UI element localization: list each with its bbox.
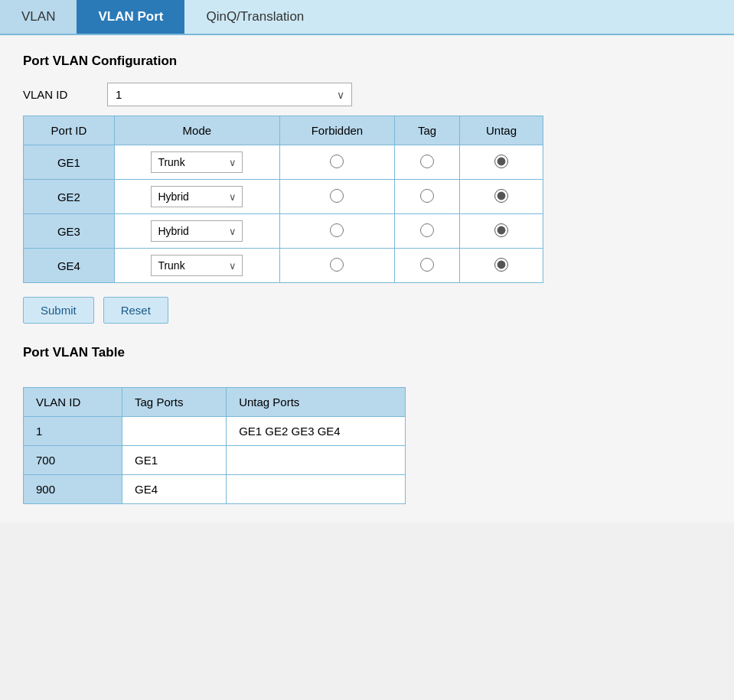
vlan-id-select-wrapper: 1 700 900 [107, 83, 352, 106]
untag-cell-ge4 [460, 249, 543, 283]
vlan-tag-ports: GE4 [122, 475, 227, 504]
radio-forbidden-ge4[interactable] [330, 258, 344, 272]
mode-cell: AccessTrunkHybrid [114, 214, 279, 249]
forbidden-cell-ge4 [279, 249, 394, 283]
vlan-table-row: 700GE1 [24, 446, 406, 475]
radio-untag-ge1[interactable] [494, 155, 508, 168]
tag-cell-ge4 [394, 249, 459, 283]
vlan-id-row: VLAN ID 1 700 900 [23, 83, 711, 106]
tag-cell-ge3 [394, 214, 459, 249]
vlan-table-row: 900GE4 [24, 475, 406, 504]
vlan-id-value: 900 [24, 475, 122, 504]
submit-button[interactable]: Submit [23, 297, 94, 324]
vlan-table-col-untag: Untag Ports [227, 388, 406, 417]
tag-cell-ge1 [394, 145, 459, 180]
mode-select-ge1[interactable]: AccessTrunkHybrid [151, 151, 243, 173]
vlan-id-value: 1 [24, 417, 122, 446]
button-row: Submit Reset [23, 297, 711, 324]
col-untag: Untag [460, 116, 543, 145]
forbidden-cell-ge2 [279, 180, 394, 214]
vlan-tag-ports: GE1 [122, 446, 227, 475]
untag-cell-ge3 [460, 214, 543, 249]
mode-select-ge3[interactable]: AccessTrunkHybrid [151, 220, 243, 242]
tab-qinq[interactable]: QinQ/Translation [184, 0, 325, 34]
forbidden-cell-ge1 [279, 145, 394, 180]
mode-cell: AccessTrunkHybrid [114, 180, 279, 214]
radio-tag-ge2[interactable] [420, 189, 434, 203]
mode-select-ge4[interactable]: AccessTrunkHybrid [151, 255, 243, 276]
radio-tag-ge4[interactable] [420, 258, 434, 272]
col-mode: Mode [114, 116, 279, 145]
mode-cell: AccessTrunkHybrid [114, 249, 279, 283]
radio-untag-ge3[interactable] [494, 223, 508, 237]
port-id-cell: GE3 [24, 214, 115, 249]
config-section-title: Port VLAN Configuration [23, 54, 711, 69]
vlan-untag-ports [227, 446, 406, 475]
radio-tag-ge3[interactable] [420, 223, 434, 237]
vlan-table: VLAN ID Tag Ports Untag Ports 1GE1 GE2 G… [23, 387, 406, 504]
col-tag: Tag [394, 116, 459, 145]
vlan-table-col-id: VLAN ID [24, 388, 122, 417]
mode-select-ge2[interactable]: AccessTrunkHybrid [151, 186, 243, 207]
port-id-cell: GE1 [24, 145, 115, 180]
reset-button[interactable]: Reset [103, 297, 168, 324]
tab-vlan[interactable]: VLAN [0, 0, 77, 34]
radio-untag-ge4[interactable] [494, 258, 508, 272]
untag-cell-ge2 [460, 180, 543, 214]
vlan-table-title: Port VLAN Table [23, 345, 711, 360]
port-id-cell: GE4 [24, 249, 115, 283]
vlan-id-select[interactable]: 1 700 900 [107, 83, 352, 106]
col-forbidden: Forbidden [279, 116, 394, 145]
port-id-cell: GE2 [24, 180, 115, 214]
vlan-table-row: 1GE1 GE2 GE3 GE4 [24, 417, 406, 446]
vlan-id-value: 700 [24, 446, 122, 475]
radio-forbidden-ge1[interactable] [330, 155, 344, 168]
vlan-id-label: VLAN ID [23, 88, 92, 101]
tab-bar: VLAN VLAN Port QinQ/Translation [0, 0, 734, 35]
radio-tag-ge1[interactable] [420, 155, 434, 168]
untag-cell-ge1 [460, 145, 543, 180]
vlan-tag-ports [122, 417, 227, 446]
tag-cell-ge2 [394, 180, 459, 214]
col-port-id: Port ID [24, 116, 115, 145]
main-content: Port VLAN Configuration VLAN ID 1 700 90… [0, 35, 734, 523]
vlan-untag-ports [227, 475, 406, 504]
config-table: Port ID Mode Forbidden Tag Untag GE1Acce… [23, 116, 543, 283]
radio-forbidden-ge2[interactable] [330, 189, 344, 203]
forbidden-cell-ge3 [279, 214, 394, 249]
radio-untag-ge2[interactable] [494, 189, 508, 203]
radio-forbidden-ge3[interactable] [330, 223, 344, 237]
vlan-untag-ports: GE1 GE2 GE3 GE4 [227, 417, 406, 446]
vlan-table-col-tag: Tag Ports [122, 388, 227, 417]
mode-cell: AccessTrunkHybrid [114, 145, 279, 180]
tab-vlan-port[interactable]: VLAN Port [77, 0, 184, 34]
